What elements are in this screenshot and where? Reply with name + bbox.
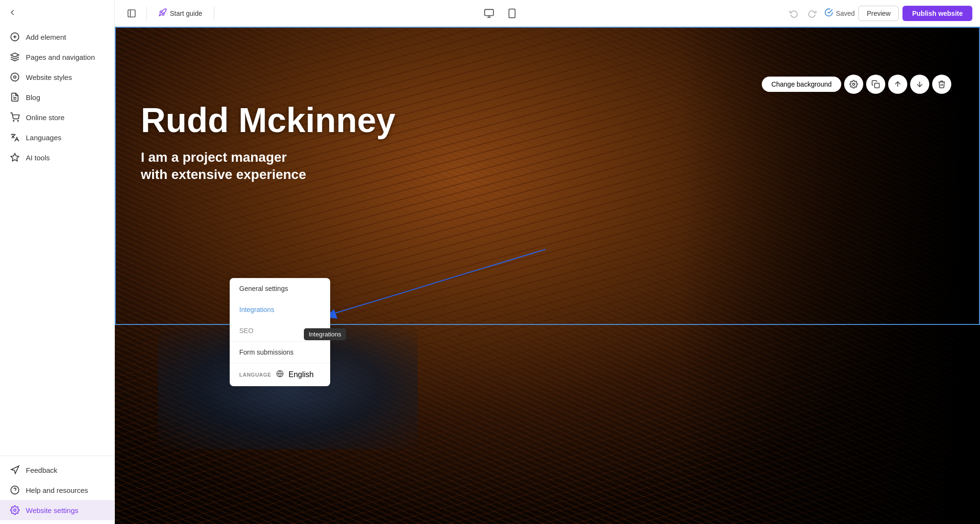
sidebar-item-website-settings[interactable]: Website settings xyxy=(0,500,114,520)
dropdown-general-settings-label: General settings xyxy=(239,285,288,292)
floating-toolbar: Change background xyxy=(762,75,951,94)
move-up-toolbar-button[interactable] xyxy=(888,75,907,94)
dropdown-language-value: English xyxy=(289,370,313,379)
sidebar-item-pages-label: Pages and navigation xyxy=(26,53,95,61)
sidebar-item-store-label: Online store xyxy=(26,113,65,122)
globe-icon xyxy=(276,370,284,379)
sidebar-item-pages-navigation[interactable]: Pages and navigation xyxy=(0,47,114,67)
svg-marker-3 xyxy=(11,53,19,57)
sidebar-item-help-label: Help and resources xyxy=(26,486,88,494)
sidebar-item-blog-label: Blog xyxy=(26,93,40,101)
start-guide-label: Start guide xyxy=(170,10,202,17)
sidebar-item-add-element[interactable]: Add element xyxy=(0,27,114,47)
svg-rect-16 xyxy=(485,9,493,15)
preview-button[interactable]: Preview xyxy=(858,6,899,21)
canvas-dark-right xyxy=(677,27,980,524)
delete-toolbar-button[interactable] xyxy=(932,75,951,94)
help-circle-icon xyxy=(10,485,20,495)
svg-rect-14 xyxy=(128,10,135,17)
rocket-icon xyxy=(158,8,167,18)
dropdown-seo-label: SEO xyxy=(239,327,254,334)
file-text-icon xyxy=(10,92,20,102)
saved-check-icon xyxy=(824,8,833,19)
svg-point-21 xyxy=(853,83,855,86)
mobile-device-button[interactable] xyxy=(503,5,521,22)
publish-button[interactable]: Publish website xyxy=(902,6,972,21)
sidebar-item-styles-label: Website styles xyxy=(26,73,72,81)
layers-icon xyxy=(10,52,20,62)
duplicate-toolbar-button[interactable] xyxy=(866,75,885,94)
publish-label: Publish website xyxy=(912,10,963,17)
hero-subtitle-line1: I am a project manager xyxy=(141,150,287,165)
saved-label: Saved xyxy=(836,10,855,17)
sidebar-item-feedback-label: Feedback xyxy=(26,466,57,474)
topbar-right: Saved Preview Publish website xyxy=(785,5,972,22)
saved-indicator: Saved xyxy=(824,8,855,19)
sidebar: Add element Pages and navigation Website… xyxy=(0,0,115,524)
sidebar-item-blog[interactable]: Blog xyxy=(0,87,114,107)
redo-button[interactable] xyxy=(803,5,821,22)
sidebar-item-ai-tools[interactable]: AI tools xyxy=(0,147,114,167)
topbar: Start guide xyxy=(115,0,980,27)
topbar-divider-2 xyxy=(214,7,214,20)
desktop-device-button[interactable] xyxy=(480,5,498,22)
svg-marker-10 xyxy=(11,154,19,161)
dropdown-item-integrations[interactable]: Integrations xyxy=(230,299,330,320)
undo-redo-group xyxy=(785,5,821,22)
back-button[interactable] xyxy=(4,4,21,21)
megaphone-icon xyxy=(10,465,20,475)
move-down-toolbar-button[interactable] xyxy=(910,75,929,94)
main-content: Rudd Mckinney I am a project manager wit… xyxy=(115,27,980,524)
hero-subtitle-line2: with extensive experience xyxy=(141,167,306,182)
svg-point-4 xyxy=(11,73,19,81)
start-guide-button[interactable]: Start guide xyxy=(153,5,208,21)
undo-button[interactable] xyxy=(785,5,802,22)
change-background-button[interactable]: Change background xyxy=(762,77,841,92)
svg-rect-22 xyxy=(875,83,880,88)
sidebar-item-website-styles[interactable]: Website styles xyxy=(0,67,114,87)
sidebar-item-languages-label: Languages xyxy=(26,134,61,142)
dropdown-integrations-label: Integrations xyxy=(239,306,274,313)
sidebar-item-online-store[interactable]: Online store xyxy=(0,107,114,127)
device-switcher xyxy=(220,5,781,22)
sidebar-item-languages[interactable]: Languages xyxy=(0,127,114,147)
sidebar-item-help[interactable]: Help and resources xyxy=(0,480,114,500)
topbar-divider-1 xyxy=(146,7,147,20)
change-bg-label: Change background xyxy=(771,80,832,88)
svg-point-8 xyxy=(13,121,14,122)
sidebar-item-add-element-label: Add element xyxy=(26,33,66,41)
svg-point-9 xyxy=(18,121,19,122)
hero-subtitle: I am a project manager with extensive ex… xyxy=(141,149,395,184)
gear-icon xyxy=(10,505,20,515)
translate-icon xyxy=(10,132,20,143)
sidebar-item-feedback[interactable]: Feedback xyxy=(0,460,114,480)
settings-toolbar-button[interactable] xyxy=(844,75,863,94)
sidebar-item-settings-label: Website settings xyxy=(26,506,78,514)
hero-section[interactable]: Rudd Mckinney I am a project manager wit… xyxy=(141,101,395,184)
panel-toggle-button[interactable] xyxy=(122,4,141,22)
sparkle-icon xyxy=(10,152,20,163)
cart-icon xyxy=(10,112,20,123)
dropdown-item-form-submissions[interactable]: Form submissions xyxy=(230,342,330,363)
svg-point-5 xyxy=(14,76,16,78)
canvas[interactable]: Rudd Mckinney I am a project manager wit… xyxy=(115,27,980,524)
dropdown-item-general-settings[interactable]: General settings xyxy=(230,278,330,299)
integrations-tooltip: Integrations xyxy=(304,328,346,340)
svg-point-13 xyxy=(14,509,16,512)
plus-circle-icon xyxy=(10,32,20,42)
dropdown-language-label: LANGUAGE xyxy=(239,372,271,378)
dropdown-footer: LANGUAGE English xyxy=(230,363,330,386)
palette-icon xyxy=(10,72,20,82)
preview-label: Preview xyxy=(867,10,891,17)
hero-title[interactable]: Rudd Mckinney xyxy=(141,101,395,139)
dropdown-form-submissions-label: Form submissions xyxy=(239,348,294,356)
tooltip-label: Integrations xyxy=(309,331,341,338)
sidebar-item-ai-tools-label: AI tools xyxy=(26,154,50,162)
sidebar-bottom: Feedback Help and resources Website s xyxy=(0,456,114,524)
